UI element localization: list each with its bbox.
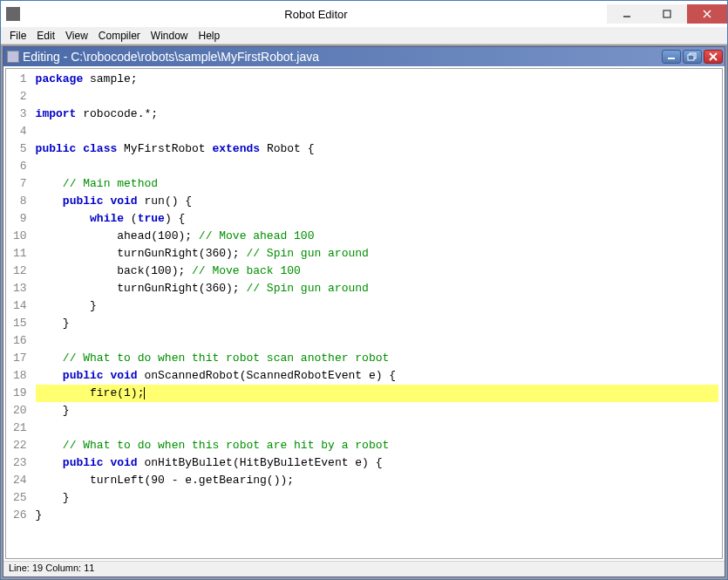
code-line[interactable]: public void onScannedRobot(ScannedRobotE… — [36, 367, 718, 385]
text-cursor — [144, 387, 145, 399]
menu-window[interactable]: Window — [146, 28, 194, 44]
menu-compiler[interactable]: Compiler — [93, 28, 146, 44]
line-number: 19 — [13, 385, 27, 402]
code-line[interactable]: } — [36, 297, 718, 315]
editor-wrap: 1234567891011121314151617181920212223242… — [3, 66, 725, 577]
code-line[interactable]: } — [36, 402, 718, 420]
editor-scroll[interactable]: 1234567891011121314151617181920212223242… — [5, 68, 723, 559]
code-line[interactable] — [36, 158, 718, 175]
line-number: 8 — [13, 193, 27, 210]
close-button[interactable] — [687, 4, 727, 24]
code-area[interactable]: package sample;import robocode.*;public … — [32, 69, 722, 558]
editor-close-button[interactable] — [704, 50, 723, 64]
code-line[interactable] — [36, 420, 718, 437]
code-line[interactable] — [36, 332, 718, 350]
editor-title: Editing - C:\robocode\robots\sample\MyFi… — [23, 50, 662, 64]
line-number: 26 — [13, 507, 27, 524]
status-bar: Line: 19 Column: 11 — [3, 561, 725, 577]
code-line[interactable]: ahead(100); // Move ahead 100 — [36, 228, 718, 245]
line-number: 11 — [13, 245, 27, 263]
code-line[interactable]: fire(1); — [36, 385, 718, 402]
code-line[interactable]: public void run() { — [36, 193, 718, 210]
maximize-button[interactable] — [647, 4, 687, 24]
line-number: 10 — [13, 228, 27, 245]
code-line[interactable] — [36, 88, 718, 106]
line-number: 22 — [13, 437, 27, 454]
svg-rect-6 — [688, 55, 694, 60]
editor-restore-button[interactable] — [683, 50, 702, 64]
code-line[interactable]: } — [36, 489, 718, 507]
line-number: 25 — [13, 489, 27, 507]
menubar: File Edit View Compiler Window Help — [1, 27, 727, 44]
menu-file[interactable]: File — [4, 28, 31, 44]
titlebar[interactable]: Robot Editor — [1, 1, 727, 27]
code-line[interactable]: public class MyFirstRobot extends Robot … — [36, 140, 718, 158]
code-line[interactable]: package sample; — [36, 71, 718, 88]
line-number: 6 — [13, 158, 27, 175]
line-number: 23 — [13, 454, 27, 472]
window-title: Robot Editor — [25, 8, 607, 21]
menu-view[interactable]: View — [60, 28, 93, 44]
editor-window: Editing - C:\robocode\robots\sample\MyFi… — [3, 46, 725, 577]
code-line[interactable]: import robocode.*; — [36, 106, 718, 123]
minimize-icon — [667, 53, 676, 60]
minimize-button[interactable] — [607, 4, 647, 24]
code-line[interactable]: // What to do when this robot are hit by… — [36, 437, 718, 454]
line-number: 7 — [13, 175, 27, 193]
line-number: 4 — [13, 123, 27, 140]
document-icon — [7, 51, 19, 63]
app-icon — [6, 7, 20, 21]
close-icon — [702, 9, 712, 19]
editor-window-controls — [662, 50, 723, 64]
code-line[interactable]: turnGunRight(360); // Spin gun around — [36, 245, 718, 263]
line-number: 5 — [13, 140, 27, 158]
line-number: 14 — [13, 297, 27, 315]
line-number: 9 — [13, 210, 27, 228]
editor-minimize-button[interactable] — [662, 50, 681, 64]
line-number: 18 — [13, 367, 27, 385]
line-number: 13 — [13, 280, 27, 297]
line-number: 2 — [13, 88, 27, 106]
line-number: 3 — [13, 106, 27, 123]
line-number: 15 — [13, 315, 27, 332]
minimize-icon — [622, 9, 632, 19]
editor-titlebar[interactable]: Editing - C:\robocode\robots\sample\MyFi… — [3, 47, 725, 66]
line-number: 1 — [13, 71, 27, 88]
code-line[interactable]: while (true) { — [36, 210, 718, 228]
maximize-icon — [662, 9, 672, 19]
svg-rect-1 — [663, 10, 670, 17]
restore-icon — [687, 52, 697, 61]
line-number: 12 — [13, 263, 27, 280]
line-number: 16 — [13, 332, 27, 350]
code-line[interactable]: } — [36, 507, 718, 524]
close-icon — [709, 52, 718, 61]
menu-help[interactable]: Help — [194, 28, 226, 44]
code-line[interactable]: turnGunRight(360); // Spin gun around — [36, 280, 718, 297]
code-line[interactable]: public void onHitByBullet(HitByBulletEve… — [36, 454, 718, 472]
code-line[interactable]: } — [36, 315, 718, 332]
code-line[interactable]: back(100); // Move back 100 — [36, 263, 718, 280]
line-number: 20 — [13, 402, 27, 420]
code-line[interactable]: turnLeft(90 - e.getBearing()); — [36, 472, 718, 489]
code-line[interactable] — [36, 123, 718, 140]
code-line[interactable]: // What to do when thit robot scan anoth… — [36, 350, 718, 367]
line-number-gutter: 1234567891011121314151617181920212223242… — [6, 69, 32, 558]
line-number: 21 — [13, 420, 27, 437]
code-line[interactable]: // Main method — [36, 175, 718, 193]
menu-edit[interactable]: Edit — [31, 28, 60, 44]
mdi-area: Editing - C:\robocode\robots\sample\MyFi… — [1, 44, 727, 579]
window-controls — [607, 4, 727, 24]
line-number: 24 — [13, 472, 27, 489]
line-number: 17 — [13, 350, 27, 367]
app-window: Robot Editor File Edit View Compiler Win… — [0, 0, 728, 580]
